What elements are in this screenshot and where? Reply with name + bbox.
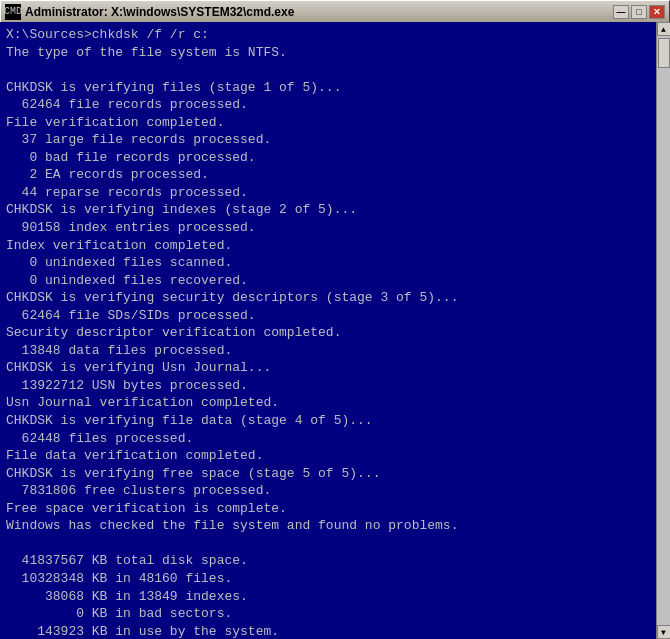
scrollbar[interactable]: ▲ ▼ <box>656 22 670 639</box>
close-button[interactable]: ✕ <box>649 5 665 19</box>
scroll-up-arrow[interactable]: ▲ <box>657 22 671 36</box>
terminal-output: X:\Sources>chkdsk /f /r c: The type of t… <box>6 26 664 639</box>
scroll-down-arrow[interactable]: ▼ <box>657 625 671 639</box>
cmd-icon: CMD <box>5 4 21 20</box>
minimize-button[interactable]: — <box>613 5 629 19</box>
titlebar-left: CMD Administrator: X:\windows\SYSTEM32\c… <box>5 4 294 20</box>
maximize-button[interactable]: □ <box>631 5 647 19</box>
window-controls: — □ ✕ <box>613 5 665 19</box>
window-title: Administrator: X:\windows\SYSTEM32\cmd.e… <box>25 5 294 19</box>
scrollbar-thumb[interactable] <box>658 38 670 68</box>
titlebar: CMD Administrator: X:\windows\SYSTEM32\c… <box>0 0 670 22</box>
terminal-window: X:\Sources>chkdsk /f /r c: The type of t… <box>0 22 670 639</box>
